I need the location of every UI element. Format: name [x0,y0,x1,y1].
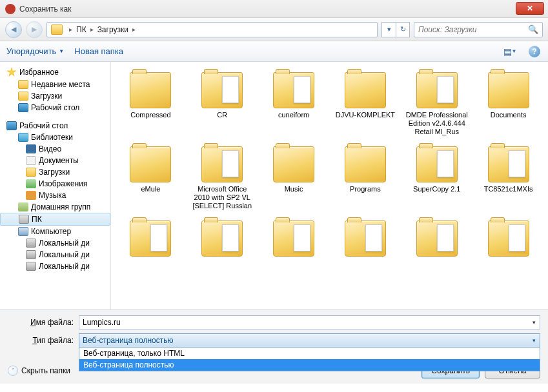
folder-label: DMDE Professional Edition v2.4.6.444 Ret… [405,111,469,136]
tree-documents[interactable]: Документы [0,155,110,166]
folder-item[interactable] [402,218,471,262]
search-icon[interactable]: 🔍 [528,24,538,34]
folder-icon [416,220,458,257]
view-options-button[interactable]: ▤ ▼ [503,45,517,58]
tree-video[interactable]: Видео [0,143,110,155]
tree-images[interactable]: Изображения [0,178,110,190]
folder-label: eMule [141,185,160,193]
folder-item[interactable]: eMule [116,144,185,213]
folder-icon [130,220,171,257]
filename-input[interactable]: Lumpics.ru ▾ [79,315,540,329]
folder-icon [273,146,314,182]
hide-folders-button[interactable]: ˄ Скрыть папки [8,366,70,376]
folder-item[interactable] [116,218,185,262]
filetype-label: Тип файла: [8,336,79,345]
folder-icon [416,72,458,108]
tree-homegroup[interactable]: Домашняя групп [0,201,110,213]
toolbar: Упорядочить ▼ Новая папка ▤ ▼ ? [0,41,548,62]
folder-label: Documents [491,111,527,119]
tree-music[interactable]: Музыка [0,190,110,201]
folder-item[interactable]: SuperCopy 2.1 [402,144,471,213]
folder-item[interactable] [474,218,543,262]
file-list[interactable]: CompressedCRcuneiformDJVU-KOMPLEKTDMDE P… [111,62,548,309]
disk-icon [26,250,36,259]
folder-label: Compressed [130,111,170,119]
chevron-down-icon[interactable]: ▾ [533,319,536,326]
tree-downloads[interactable]: Загрузки [0,90,110,102]
folder-item[interactable]: Programs [331,144,400,213]
folder-icon [51,24,63,35]
folder-item[interactable]: CR [188,70,257,139]
folder-icon [345,220,386,257]
tree-favorites[interactable]: Избранное [0,66,110,79]
tree-local-disk[interactable]: Локальный ди [0,237,110,249]
organize-button[interactable]: Упорядочить ▼ [6,46,64,56]
close-button[interactable]: ✕ [516,2,544,15]
tree-desktop[interactable]: Рабочий стол [0,120,110,132]
folder-label: CR [217,111,227,119]
library-icon [18,133,28,142]
folder-item[interactable]: DMDE Professional Edition v2.4.6.444 Ret… [402,70,471,139]
folder-label: DJVU-KOMPLEKT [336,111,395,119]
folder-icon [18,80,28,89]
new-folder-button[interactable]: Новая папка [74,46,123,56]
tree-local-disk[interactable]: Локальный ди [0,260,110,272]
folder-item[interactable] [188,218,257,262]
folder-item[interactable]: Compressed [116,70,185,139]
crumb-downloads[interactable]: Загрузки [97,25,128,34]
folder-label: Music [285,185,303,193]
breadcrumb[interactable]: ▸ ПК ▸ Загрузки ▸ [46,22,378,37]
tree-local-disk[interactable]: Локальный ди [0,249,110,260]
folder-icon [273,72,314,108]
chevron-down-icon: ▾ [533,337,536,344]
window-titlebar: Сохранить как ✕ [0,0,548,18]
chevron-right-icon: ▸ [65,26,76,33]
folder-icon [201,220,243,257]
folder-item[interactable] [331,218,400,262]
desktop-icon [18,103,28,112]
navigation-tree[interactable]: Избранное Недавние места Загрузки Рабочи… [0,62,111,309]
search-box[interactable]: 🔍 [414,22,543,37]
desktop-icon [6,121,17,130]
tree-recent[interactable]: Недавние места [0,79,110,90]
folder-icon [130,72,171,108]
filetype-dropdown: Веб-страница, только HTML Веб-страница п… [79,348,540,371]
refresh-button[interactable]: ↻ [396,22,410,37]
folder-item[interactable]: Music [259,144,329,213]
filetype-option-complete[interactable]: Веб-страница полностью [79,359,540,371]
filename-label: Имя файла: [8,318,79,327]
folder-item[interactable] [259,218,329,262]
folder-label: SuperCopy 2.1 [413,185,460,193]
folder-icon [201,72,243,108]
folder-item[interactable]: TC8521c1MXIs [474,144,543,213]
tree-pc[interactable]: ПК [0,213,110,226]
app-icon [5,4,15,14]
folder-label: Microsoft Office 2010 with SP2 VL [SELEC… [190,185,254,210]
tree-desktop-fav[interactable]: Рабочий стол [0,102,110,113]
folder-item[interactable]: Documents [474,70,543,139]
folder-item[interactable]: Microsoft Office 2010 with SP2 VL [SELEC… [188,144,257,213]
tree-libraries[interactable]: Библиотеки [0,132,110,143]
help-icon: ? [529,46,540,57]
back-button[interactable]: ◀ [5,21,22,38]
filetype-option-html-only[interactable]: Веб-страница, только HTML [79,348,540,359]
folder-item[interactable]: cuneiform [259,70,329,139]
search-input[interactable] [418,25,528,34]
tree-lib-downloads[interactable]: Загрузки [0,166,110,178]
forward-button[interactable]: ▶ [26,21,43,38]
chevron-right-icon: ▸ [128,26,139,33]
filetype-select[interactable]: Веб-страница полностью ▾ [79,333,540,348]
organize-label: Упорядочить [6,46,56,56]
homegroup-icon [18,202,28,211]
help-button[interactable]: ? [527,45,542,58]
folder-icon [345,146,386,182]
folder-item[interactable]: DJVU-KOMPLEKT [331,70,400,139]
filename-value: Lumpics.ru [83,318,121,327]
main-content: Избранное Недавние места Загрузки Рабочи… [0,62,548,309]
folder-icon [201,146,243,182]
folder-icon [130,146,171,182]
tree-computer[interactable]: Компьютер [0,226,110,237]
disk-icon [26,239,36,248]
crumb-pc[interactable]: ПК [76,25,86,34]
history-dropdown-button[interactable]: ▾ [381,22,396,37]
